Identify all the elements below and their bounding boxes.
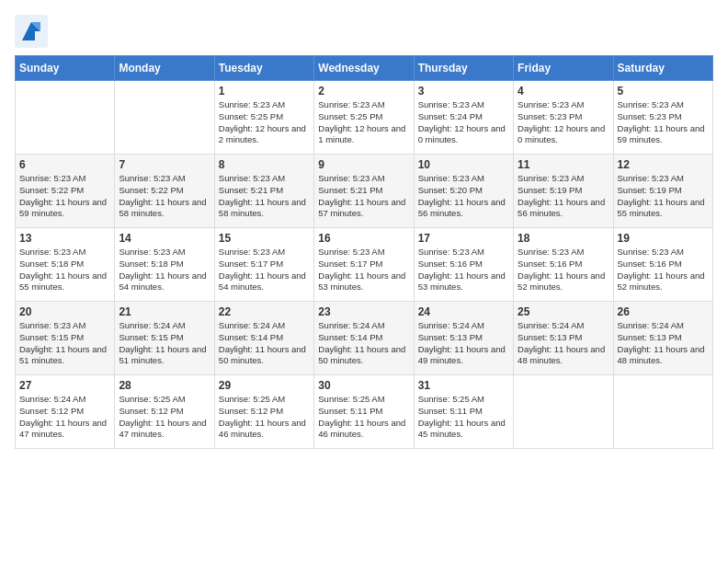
cell-info: Sunrise: 5:25 AM Sunset: 5:12 PM Dayligh… bbox=[119, 394, 210, 441]
cell-info: Sunrise: 5:23 AM Sunset: 5:16 PM Dayligh… bbox=[518, 247, 609, 293]
cell-info: Sunrise: 5:24 AM Sunset: 5:14 PM Dayligh… bbox=[219, 320, 310, 367]
logo bbox=[15, 15, 51, 48]
calendar-cell: 24Sunrise: 5:24 AM Sunset: 5:13 PM Dayli… bbox=[414, 302, 513, 375]
day-number: 2 bbox=[318, 85, 409, 98]
calendar-cell: 10Sunrise: 5:23 AM Sunset: 5:20 PM Dayli… bbox=[414, 155, 513, 228]
calendar-cell: 6Sunrise: 5:23 AM Sunset: 5:22 PM Daylig… bbox=[16, 155, 115, 228]
day-number: 7 bbox=[119, 158, 210, 171]
calendar-cell bbox=[16, 81, 115, 155]
calendar-cell: 26Sunrise: 5:24 AM Sunset: 5:13 PM Dayli… bbox=[613, 302, 712, 375]
day-header-sunday: Sunday bbox=[16, 56, 115, 81]
day-number: 18 bbox=[518, 232, 609, 245]
calendar-cell: 27Sunrise: 5:24 AM Sunset: 5:12 PM Dayli… bbox=[16, 375, 115, 449]
day-number: 21 bbox=[119, 305, 210, 318]
calendar-cell: 28Sunrise: 5:25 AM Sunset: 5:12 PM Dayli… bbox=[115, 375, 214, 449]
cell-info: Sunrise: 5:23 AM Sunset: 5:22 PM Dayligh… bbox=[119, 173, 210, 220]
day-number: 12 bbox=[618, 158, 709, 171]
day-header-tuesday: Tuesday bbox=[214, 56, 313, 81]
cell-info: Sunrise: 5:23 AM Sunset: 5:25 PM Dayligh… bbox=[219, 99, 310, 146]
calendar-cell: 2Sunrise: 5:23 AM Sunset: 5:25 PM Daylig… bbox=[314, 81, 414, 155]
day-number: 4 bbox=[518, 85, 609, 98]
cell-info: Sunrise: 5:23 AM Sunset: 5:17 PM Dayligh… bbox=[318, 247, 409, 293]
day-number: 6 bbox=[19, 158, 110, 171]
cell-info: Sunrise: 5:23 AM Sunset: 5:23 PM Dayligh… bbox=[518, 99, 609, 146]
cell-info: Sunrise: 5:24 AM Sunset: 5:13 PM Dayligh… bbox=[518, 320, 609, 367]
day-number: 22 bbox=[219, 305, 310, 318]
day-number: 15 bbox=[219, 232, 310, 245]
calendar-cell: 29Sunrise: 5:25 AM Sunset: 5:12 PM Dayli… bbox=[214, 375, 313, 449]
cell-info: Sunrise: 5:24 AM Sunset: 5:13 PM Dayligh… bbox=[418, 320, 509, 367]
calendar-cell: 5Sunrise: 5:23 AM Sunset: 5:23 PM Daylig… bbox=[613, 81, 712, 155]
cell-info: Sunrise: 5:23 AM Sunset: 5:20 PM Dayligh… bbox=[418, 173, 509, 220]
calendar-cell: 23Sunrise: 5:24 AM Sunset: 5:14 PM Dayli… bbox=[314, 302, 414, 375]
cell-info: Sunrise: 5:24 AM Sunset: 5:12 PM Dayligh… bbox=[19, 394, 110, 441]
calendar-cell: 12Sunrise: 5:23 AM Sunset: 5:19 PM Dayli… bbox=[613, 155, 712, 228]
day-number: 8 bbox=[219, 158, 310, 171]
day-number: 17 bbox=[418, 232, 509, 245]
calendar-week-row: 20Sunrise: 5:23 AM Sunset: 5:15 PM Dayli… bbox=[16, 302, 713, 375]
calendar-cell: 25Sunrise: 5:24 AM Sunset: 5:13 PM Dayli… bbox=[514, 302, 613, 375]
cell-info: Sunrise: 5:25 AM Sunset: 5:11 PM Dayligh… bbox=[318, 394, 409, 441]
cell-info: Sunrise: 5:23 AM Sunset: 5:24 PM Dayligh… bbox=[418, 99, 509, 146]
cell-info: Sunrise: 5:23 AM Sunset: 5:25 PM Dayligh… bbox=[318, 99, 409, 146]
day-number: 1 bbox=[219, 85, 310, 98]
calendar-week-row: 13Sunrise: 5:23 AM Sunset: 5:18 PM Dayli… bbox=[16, 228, 713, 302]
cell-info: Sunrise: 5:25 AM Sunset: 5:11 PM Dayligh… bbox=[418, 394, 509, 441]
calendar-cell: 9Sunrise: 5:23 AM Sunset: 5:21 PM Daylig… bbox=[314, 155, 414, 228]
day-number: 16 bbox=[318, 232, 409, 245]
calendar-cell bbox=[514, 375, 613, 449]
cell-info: Sunrise: 5:24 AM Sunset: 5:13 PM Dayligh… bbox=[618, 320, 709, 367]
calendar-cell: 15Sunrise: 5:23 AM Sunset: 5:17 PM Dayli… bbox=[214, 228, 313, 302]
calendar-cell: 13Sunrise: 5:23 AM Sunset: 5:18 PM Dayli… bbox=[16, 228, 115, 302]
calendar-cell: 14Sunrise: 5:23 AM Sunset: 5:18 PM Dayli… bbox=[115, 228, 214, 302]
cell-info: Sunrise: 5:23 AM Sunset: 5:22 PM Dayligh… bbox=[19, 173, 110, 220]
day-number: 3 bbox=[418, 85, 509, 98]
logo-icon bbox=[15, 15, 48, 48]
day-header-friday: Friday bbox=[514, 56, 613, 81]
calendar-cell: 31Sunrise: 5:25 AM Sunset: 5:11 PM Dayli… bbox=[414, 375, 513, 449]
calendar-cell: 18Sunrise: 5:23 AM Sunset: 5:16 PM Dayli… bbox=[514, 228, 613, 302]
calendar-cell: 1Sunrise: 5:23 AM Sunset: 5:25 PM Daylig… bbox=[214, 81, 313, 155]
calendar-cell: 7Sunrise: 5:23 AM Sunset: 5:22 PM Daylig… bbox=[115, 155, 214, 228]
cell-info: Sunrise: 5:23 AM Sunset: 5:19 PM Dayligh… bbox=[618, 173, 709, 220]
cell-info: Sunrise: 5:25 AM Sunset: 5:12 PM Dayligh… bbox=[219, 394, 310, 441]
day-number: 28 bbox=[119, 379, 210, 392]
cell-info: Sunrise: 5:23 AM Sunset: 5:19 PM Dayligh… bbox=[518, 173, 609, 220]
cell-info: Sunrise: 5:23 AM Sunset: 5:17 PM Dayligh… bbox=[219, 247, 310, 293]
day-header-thursday: Thursday bbox=[414, 56, 513, 81]
page-header bbox=[15, 15, 713, 48]
day-number: 30 bbox=[318, 379, 409, 392]
cell-info: Sunrise: 5:23 AM Sunset: 5:16 PM Dayligh… bbox=[618, 247, 709, 293]
calendar-cell: 30Sunrise: 5:25 AM Sunset: 5:11 PM Dayli… bbox=[314, 375, 414, 449]
cell-info: Sunrise: 5:23 AM Sunset: 5:18 PM Dayligh… bbox=[119, 247, 210, 293]
day-header-monday: Monday bbox=[115, 56, 214, 81]
calendar-cell bbox=[613, 375, 712, 449]
day-number: 10 bbox=[418, 158, 509, 171]
cell-info: Sunrise: 5:24 AM Sunset: 5:15 PM Dayligh… bbox=[119, 320, 210, 367]
calendar-cell: 17Sunrise: 5:23 AM Sunset: 5:16 PM Dayli… bbox=[414, 228, 513, 302]
cell-info: Sunrise: 5:23 AM Sunset: 5:15 PM Dayligh… bbox=[19, 320, 110, 367]
day-header-saturday: Saturday bbox=[613, 56, 712, 81]
cell-info: Sunrise: 5:23 AM Sunset: 5:16 PM Dayligh… bbox=[418, 247, 509, 293]
calendar-cell bbox=[115, 81, 214, 155]
day-number: 25 bbox=[518, 305, 609, 318]
day-header-wednesday: Wednesday bbox=[314, 56, 414, 81]
calendar-week-row: 1Sunrise: 5:23 AM Sunset: 5:25 PM Daylig… bbox=[16, 81, 713, 155]
cell-info: Sunrise: 5:24 AM Sunset: 5:14 PM Dayligh… bbox=[318, 320, 409, 367]
calendar-week-row: 6Sunrise: 5:23 AM Sunset: 5:22 PM Daylig… bbox=[16, 155, 713, 228]
day-number: 5 bbox=[618, 85, 709, 98]
day-number: 31 bbox=[418, 379, 509, 392]
cell-info: Sunrise: 5:23 AM Sunset: 5:21 PM Dayligh… bbox=[318, 173, 409, 220]
calendar-cell: 4Sunrise: 5:23 AM Sunset: 5:23 PM Daylig… bbox=[514, 81, 613, 155]
day-number: 13 bbox=[19, 232, 110, 245]
calendar-table: SundayMondayTuesdayWednesdayThursdayFrid… bbox=[15, 55, 713, 449]
calendar-week-row: 27Sunrise: 5:24 AM Sunset: 5:12 PM Dayli… bbox=[16, 375, 713, 449]
calendar-cell: 22Sunrise: 5:24 AM Sunset: 5:14 PM Dayli… bbox=[214, 302, 313, 375]
day-number: 27 bbox=[19, 379, 110, 392]
day-number: 14 bbox=[119, 232, 210, 245]
day-number: 19 bbox=[618, 232, 709, 245]
calendar-cell: 3Sunrise: 5:23 AM Sunset: 5:24 PM Daylig… bbox=[414, 81, 513, 155]
calendar-cell: 16Sunrise: 5:23 AM Sunset: 5:17 PM Dayli… bbox=[314, 228, 414, 302]
cell-info: Sunrise: 5:23 AM Sunset: 5:18 PM Dayligh… bbox=[19, 247, 110, 293]
day-number: 20 bbox=[19, 305, 110, 318]
